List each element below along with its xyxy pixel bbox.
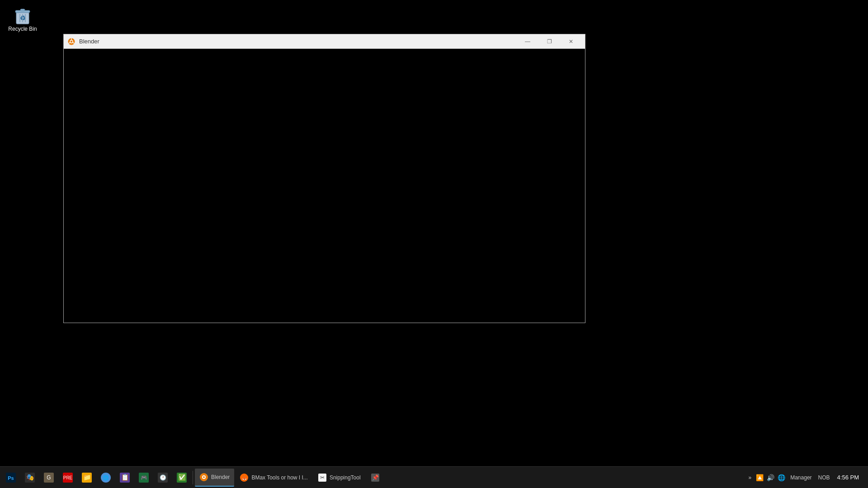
nob-label: NOB	[816, 474, 832, 481]
svg-text:📋: 📋	[121, 474, 129, 481]
taskbar-app-snipping[interactable]: ✂ SnippingTool	[313, 469, 365, 487]
taskbar-icon-game[interactable]: 🎮	[135, 469, 153, 487]
desktop: ♻ Recycle Bin Blender	[0, 0, 868, 488]
svg-point-35	[203, 476, 205, 478]
taskbar-app-bmax[interactable]: 🦊 BMax Tools or how I I...	[235, 469, 312, 487]
svg-point-9	[71, 40, 73, 42]
svg-rect-2	[20, 9, 25, 11]
systray-volume-icon[interactable]: 🔊	[766, 473, 775, 482]
svg-text:✅: ✅	[178, 474, 186, 481]
blender-task-icon	[199, 473, 208, 482]
svg-text:🌐: 🌐	[103, 474, 109, 481]
svg-text:Ps: Ps	[8, 475, 14, 481]
blender-task-label: Blender	[211, 474, 230, 480]
taskbar-icon-gimp[interactable]: G	[40, 469, 58, 487]
svg-text:G: G	[47, 474, 51, 481]
systray-network-icon[interactable]: 🌐	[777, 473, 786, 482]
username-label: Manager	[788, 474, 814, 481]
recycle-bin-icon[interactable]: ♻ Recycle Bin	[5, 2, 41, 34]
svg-text:📁: 📁	[83, 474, 91, 481]
taskbar: Ps 🎭 G PRE 📁 🌐 📋 🎮	[0, 466, 868, 488]
window-controls: — ❐ ✕	[517, 35, 581, 48]
snipping-task-icon: ✂	[318, 473, 327, 482]
svg-text:PRE: PRE	[63, 475, 73, 480]
svg-text:✂: ✂	[320, 474, 325, 481]
taskbar-separator	[193, 471, 193, 484]
systray: 🔼 🔊 🌐	[755, 473, 786, 482]
svg-text:🎮: 🎮	[141, 474, 147, 481]
maximize-button[interactable]: ❐	[539, 35, 560, 48]
tray-overflow-button[interactable]: »	[747, 474, 754, 481]
extra-task-icon: 📌	[371, 473, 380, 482]
taskbar-icon-browser[interactable]: 🌐	[97, 469, 115, 487]
svg-text:🕐: 🕐	[160, 474, 166, 481]
blender-window: Blender — ❐ ✕	[63, 34, 585, 323]
taskbar-icon-app10[interactable]: ✅	[173, 469, 191, 487]
taskbar-icon-photoshop[interactable]: Ps	[2, 469, 20, 487]
svg-text:🦊: 🦊	[242, 475, 247, 481]
taskbar-app-blender[interactable]: Blender	[195, 469, 234, 487]
bmax-task-label: BMax Tools or how I I...	[251, 474, 308, 481]
bmax-task-icon: 🦊	[240, 473, 249, 482]
taskbar-icon-app2[interactable]: 🎭	[21, 469, 39, 487]
minimize-button[interactable]: —	[517, 35, 538, 48]
recycle-bin-image: ♻	[12, 4, 33, 26]
window-title-text: Blender	[79, 38, 99, 45]
svg-text:🎭: 🎭	[26, 474, 34, 481]
taskbar-icon-app7[interactable]: 📋	[116, 469, 134, 487]
taskbar-left: Ps 🎭 G PRE 📁 🌐 📋 🎮	[2, 469, 747, 487]
clock-time: 4:56 PM	[837, 474, 859, 481]
taskbar-icon-app4[interactable]: PRE	[59, 469, 77, 487]
blender-logo-icon	[67, 38, 75, 46]
blender-content-area	[64, 49, 585, 323]
taskbar-app-extra[interactable]: 📌	[366, 469, 384, 487]
snipping-task-label: SnippingTool	[330, 474, 361, 481]
taskbar-right: » 🔼 🔊 🌐 Manager NOB 4:56 PM	[747, 473, 867, 482]
title-left: Blender	[67, 38, 99, 46]
systray-up-arrow-icon[interactable]: 🔼	[755, 473, 764, 482]
close-button[interactable]: ✕	[561, 35, 581, 48]
taskbar-icon-app9[interactable]: 🕐	[154, 469, 172, 487]
recycle-bin-label: Recycle Bin	[8, 26, 37, 32]
window-titlebar: Blender — ❐ ✕	[64, 34, 585, 49]
clock[interactable]: 4:56 PM	[834, 474, 863, 481]
svg-text:📌: 📌	[372, 474, 378, 481]
taskbar-icon-explorer[interactable]: 📁	[78, 469, 96, 487]
